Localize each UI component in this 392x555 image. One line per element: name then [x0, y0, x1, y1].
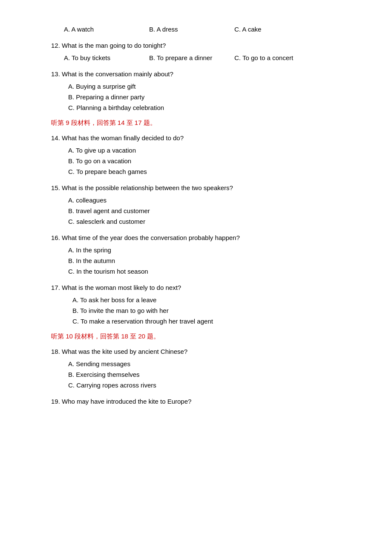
q11-option-b: B. A dress	[149, 26, 234, 33]
question-17: 17. What is the woman most likely to do …	[51, 283, 358, 325]
q18-option-c: C. Carrying ropes across rivers	[68, 382, 358, 389]
q12-option-a: A. To buy tickets	[64, 54, 149, 61]
question-16: 16. What time of the year does the conve…	[51, 233, 358, 275]
section-9-header: 听第 9 段材料，回答第 14 至 17 题。	[51, 119, 358, 127]
q19-text: 19. Who may have introduced the kite to …	[51, 396, 358, 407]
q14-option-a: A. To give up a vacation	[68, 147, 358, 154]
question-19: 19. Who may have introduced the kite to …	[51, 396, 358, 407]
q17-text: 17. What is the woman most likely to do …	[51, 283, 358, 293]
q12-option-b: B. To prepare a dinner	[149, 54, 234, 61]
q15-options: A. colleagues B. travel agent and custom…	[68, 197, 358, 225]
q18-option-a: A. Sending messages	[68, 360, 358, 367]
q16-option-a: A. In the spring	[68, 246, 358, 254]
q13-option-c: C. Planning a birthday celebration	[68, 104, 358, 111]
q17-option-a: A. To ask her boss for a leave	[72, 296, 358, 304]
q15-option-c: C. salesclerk and customer	[68, 218, 358, 225]
question-18: 18. What was the kite used by ancient Ch…	[51, 347, 358, 389]
q14-options: A. To give up a vacation B. To go on a v…	[68, 147, 358, 175]
q12-option-c: C. To go to a concert	[234, 54, 320, 61]
q16-option-c: C. In the tourism hot season	[68, 268, 358, 275]
q17-option-b: B. To invite the man to go with her	[72, 307, 358, 314]
q18-text: 18. What was the kite used by ancient Ch…	[51, 347, 358, 357]
question-13: 13. What is the conversation mainly abou…	[51, 69, 358, 111]
q13-option-b: B. Preparing a dinner party	[68, 93, 358, 101]
q14-text: 14. What has the woman finally decided t…	[51, 133, 358, 143]
q15-option-a: A. colleagues	[68, 197, 358, 204]
q17-option-c: C. To make a reservation through her tra…	[72, 318, 358, 325]
q16-options: A. In the spring B. In the autumn C. In …	[68, 246, 358, 275]
question-11-options: A. A watch B. A dress C. A cake	[51, 26, 358, 33]
q12-options-row: A. To buy tickets B. To prepare a dinner…	[64, 54, 358, 61]
q14-option-b: B. To go on a vacation	[68, 157, 358, 165]
q16-text: 16. What time of the year does the conve…	[51, 233, 358, 243]
q11-option-a: A. A watch	[64, 26, 149, 33]
q18-options: A. Sending messages B. Exercising themse…	[68, 360, 358, 389]
q13-options: A. Buying a surprise gift B. Preparing a…	[68, 83, 358, 111]
q16-option-b: B. In the autumn	[68, 257, 358, 264]
question-12: 12. What is the man going to do tonight?…	[51, 40, 358, 61]
q13-option-a: A. Buying a surprise gift	[68, 83, 358, 90]
q17-options: A. To ask her boss for a leave B. To inv…	[72, 296, 358, 325]
q12-text: 12. What is the man going to do tonight?	[51, 40, 358, 51]
question-14: 14. What has the woman finally decided t…	[51, 133, 358, 175]
q11-options-row: A. A watch B. A dress C. A cake	[64, 26, 358, 33]
question-15: 15. What is the possible relationship be…	[51, 183, 358, 225]
q15-text: 15. What is the possible relationship be…	[51, 183, 358, 193]
q18-option-b: B. Exercising themselves	[68, 371, 358, 378]
section-10-header: 听第 10 段材料，回答第 18 至 20 题。	[51, 332, 358, 341]
q15-option-b: B. travel agent and customer	[68, 207, 358, 214]
q13-text: 13. What is the conversation mainly abou…	[51, 69, 358, 79]
q11-option-c: C. A cake	[234, 26, 320, 33]
q14-option-c: C. To prepare beach games	[68, 168, 358, 175]
